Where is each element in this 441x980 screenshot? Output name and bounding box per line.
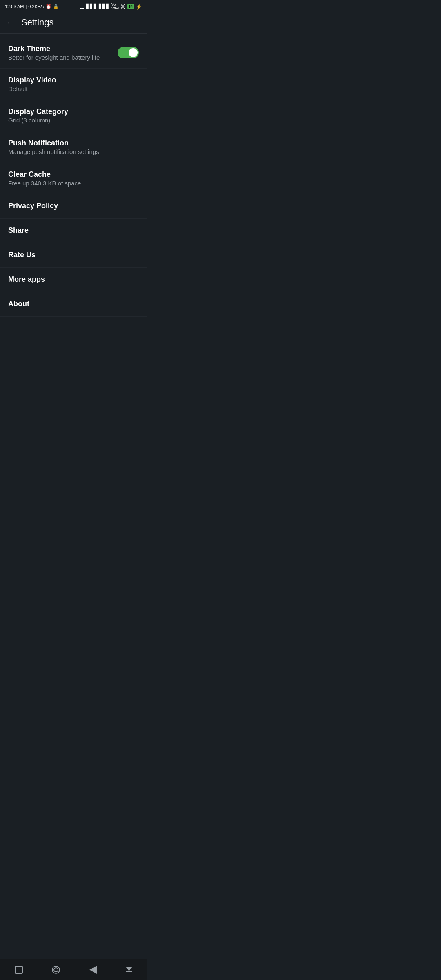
alarm-icon: ⏰ [46, 4, 51, 9]
status-bar: 12:03 AM | 0.2KB/s ⏰ 🔒 ⚋ ▋▋▋ ▋▋▋ VoWiFi … [0, 0, 147, 11]
settings-content: Dark Theme Better for eyesight and batte… [0, 34, 147, 345]
back-button[interactable]: ← [7, 18, 15, 27]
settings-item-text-push-notification: Push Notification Manage push notificati… [8, 139, 139, 155]
settings-list: Dark Theme Better for eyesight and batte… [0, 34, 147, 320]
battery-level: 64 [127, 4, 134, 9]
share-title: Share [8, 226, 139, 235]
settings-item-text-more-apps: More apps [8, 275, 139, 285]
settings-item-clear-cache[interactable]: Clear Cache Free up 340.3 KB of space [0, 163, 147, 194]
charging-icon: ⚡ [136, 4, 142, 10]
toggle-slider [118, 47, 139, 58]
display-category-title: Display Category [8, 107, 139, 116]
settings-item-share[interactable]: Share [0, 219, 147, 243]
settings-item-text-rate-us: Rate Us [8, 251, 139, 260]
settings-item-display-video[interactable]: Display Video Default [0, 69, 147, 100]
settings-item-dark-theme[interactable]: Dark Theme Better for eyesight and batte… [0, 37, 147, 69]
display-category-subtitle: Grid (3 column) [8, 117, 139, 124]
clear-cache-subtitle: Free up 340.3 KB of space [8, 180, 139, 187]
push-notification-title: Push Notification [8, 139, 139, 147]
wifi-icon: ⌘ [120, 4, 126, 10]
status-left: 12:03 AM | 0.2KB/s ⏰ 🔒 [5, 4, 59, 9]
signal-icon: ▋▋▋ [86, 4, 97, 9]
signal2-icon: ▋▋▋ [99, 4, 110, 9]
status-right: ⚋ ▋▋▋ ▋▋▋ VoWiFi ⌘ 64 ⚡ [80, 3, 142, 10]
toolbar: ← Settings [0, 11, 147, 34]
settings-item-text-dark-theme: Dark Theme Better for eyesight and batte… [8, 45, 118, 61]
page-title: Settings [21, 17, 54, 28]
dark-theme-subtitle: Better for eyesight and battery life [8, 54, 118, 61]
push-notification-subtitle: Manage push notification settings [8, 148, 139, 155]
about-title: About [8, 300, 139, 308]
settings-item-text-display-category: Display Category Grid (3 column) [8, 107, 139, 124]
separator: | [25, 4, 27, 9]
display-video-subtitle: Default [8, 85, 139, 92]
settings-item-more-apps[interactable]: More apps [0, 268, 147, 292]
rate-us-title: Rate Us [8, 251, 139, 259]
settings-item-push-notification[interactable]: Push Notification Manage push notificati… [0, 131, 147, 163]
settings-item-privacy-policy[interactable]: Privacy Policy [0, 194, 147, 219]
settings-item-display-category[interactable]: Display Category Grid (3 column) [0, 100, 147, 131]
settings-item-text-about: About [8, 300, 139, 309]
back-icon: ← [7, 18, 15, 27]
settings-item-rate-us[interactable]: Rate Us [0, 243, 147, 268]
vowifi-icon: VoWiFi [111, 3, 119, 10]
dark-theme-toggle[interactable] [118, 47, 139, 58]
network-speed: 0.2KB/s [28, 4, 44, 9]
dark-theme-title: Dark Theme [8, 45, 118, 53]
display-video-title: Display Video [8, 76, 139, 85]
settings-item-text-clear-cache: Clear Cache Free up 340.3 KB of space [8, 170, 139, 187]
settings-item-text-display-video: Display Video Default [8, 76, 139, 92]
bluetooth-icon: ⚋ [80, 4, 85, 10]
settings-item-text-privacy-policy: Privacy Policy [8, 202, 139, 211]
time: 12:03 AM [5, 4, 24, 9]
clear-cache-title: Clear Cache [8, 170, 139, 179]
privacy-policy-title: Privacy Policy [8, 202, 139, 210]
settings-item-text-share: Share [8, 226, 139, 236]
sim-icon: 🔒 [53, 4, 59, 9]
more-apps-title: More apps [8, 275, 139, 284]
settings-item-about[interactable]: About [0, 292, 147, 317]
